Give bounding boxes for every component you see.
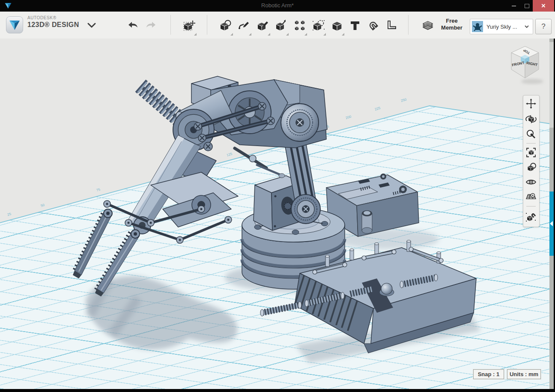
right-scroll-thumb[interactable] — [549, 42, 554, 128]
construct-dropdown[interactable] — [268, 33, 270, 36]
brand-text: AUTODESK® 123D® DESIGN — [27, 15, 79, 29]
material-button[interactable] — [525, 162, 537, 173]
modify-icon — [275, 19, 288, 32]
svg-text:75: 75 — [96, 188, 101, 192]
snap-magnet-icon — [367, 19, 379, 32]
tool-text-button[interactable] — [348, 18, 362, 33]
tool-snap-button[interactable] — [366, 18, 380, 33]
modify-dropdown[interactable] — [286, 33, 289, 36]
show-hide-grid-button[interactable] — [525, 191, 537, 202]
material-icon — [525, 162, 537, 173]
zoom-button[interactable] — [525, 129, 537, 140]
primitives-icon — [219, 19, 232, 32]
sketch-icon — [238, 19, 251, 32]
pan-button[interactable] — [525, 98, 537, 109]
nav-separator — [526, 143, 536, 144]
combine-dropdown[interactable] — [342, 33, 344, 36]
avatar — [472, 21, 483, 32]
maximize-button[interactable] — [521, 0, 533, 12]
window-frame-bottom — [0, 389, 555, 392]
undo-button[interactable] — [125, 18, 140, 33]
scene-overlay: 250225200175150125100755025 — [0, 39, 554, 389]
tool-transform-button[interactable] — [182, 18, 197, 33]
main-toolbar: AUTODESK® 123D® DESIGN — [0, 12, 555, 39]
account-name: Yuriy Skly ... — [486, 24, 524, 30]
pan-icon — [525, 98, 537, 109]
panel-expand-arrow-icon — [550, 221, 553, 226]
transform-icon — [183, 19, 196, 32]
toolbar-separator — [207, 15, 207, 35]
panel-expand-handle[interactable] — [549, 192, 554, 256]
3d-viewport[interactable]: 250225200175150125100755025 — [0, 39, 554, 389]
undo-icon — [127, 19, 139, 31]
tool-pattern-button[interactable] — [292, 18, 307, 33]
primitives-dropdown[interactable] — [230, 33, 233, 36]
navigation-toolbar — [523, 95, 540, 227]
brand-autodesk: AUTODESK® — [27, 15, 79, 20]
view-cube-shadow — [521, 79, 543, 84]
close-button[interactable]: ✕ — [533, 0, 554, 12]
grouping-icon — [312, 19, 325, 32]
units-setting[interactable]: Units : mm — [507, 369, 541, 379]
svg-text:250: 250 — [400, 97, 407, 103]
window-title: Robotic Arm* — [0, 2, 555, 9]
pattern-icon — [293, 19, 306, 32]
svg-text:200: 200 — [345, 114, 352, 120]
app-window: { "window": { "title": "Robotic Arm*", "… — [0, 0, 555, 392]
toolbar-separator — [408, 15, 409, 35]
membership-status: Free Member — [435, 18, 468, 32]
fit-button[interactable] — [525, 147, 537, 158]
membership-line2: Member — [435, 24, 468, 31]
gripper-linkage[interactable] — [104, 172, 238, 243]
redo-button[interactable] — [144, 18, 158, 33]
gripper-rack-left[interactable] — [73, 209, 112, 278]
text-icon — [349, 19, 361, 32]
eye-icon — [525, 177, 537, 188]
orbit-button[interactable] — [525, 114, 537, 125]
svg-text:50: 50 — [40, 203, 45, 208]
combine-icon — [331, 19, 343, 32]
zoom-icon — [525, 129, 537, 140]
orbit-icon — [525, 114, 537, 125]
nav-separator — [526, 206, 536, 206]
membership-layers-icon — [421, 18, 434, 31]
123d-logo-icon — [6, 16, 23, 33]
main-menu-chevron-icon[interactable] — [87, 22, 96, 29]
svg-text:25: 25 — [7, 212, 12, 217]
snap-cube-magnet-icon — [525, 211, 537, 222]
account-menu-button[interactable]: Yuriy Skly ... — [470, 19, 533, 34]
construct-icon — [257, 19, 269, 32]
sketch-dropdown[interactable] — [249, 33, 251, 36]
membership-line1: Free — [435, 18, 468, 24]
pattern-dropdown[interactable] — [304, 33, 307, 36]
hide-show-button[interactable] — [525, 177, 537, 188]
measure-ruler-icon — [385, 19, 398, 32]
tool-construct-button[interactable] — [256, 18, 270, 33]
svg-text:225: 225 — [374, 106, 381, 111]
help-button[interactable]: ? — [535, 19, 552, 34]
tool-sketch-button[interactable] — [237, 18, 251, 33]
brand-123d-design: 123D® DESIGN — [27, 21, 79, 29]
tool-combine-button[interactable] — [330, 18, 344, 33]
tool-grouping-button[interactable] — [311, 18, 326, 33]
snap-toggle-button[interactable] — [525, 211, 537, 222]
title-bar[interactable]: Robotic Arm* ✕ — [0, 0, 555, 12]
snap-setting[interactable]: Snap : 1 — [473, 369, 504, 379]
toolbar-separator — [170, 15, 171, 35]
account-chevron-icon — [524, 25, 529, 28]
app-icon[interactable] — [6, 16, 23, 33]
redo-icon — [145, 19, 157, 31]
grid-eye-icon — [525, 191, 537, 202]
grouping-dropdown[interactable] — [323, 33, 326, 36]
svg-text:125: 125 — [226, 152, 233, 157]
fit-icon — [525, 147, 537, 158]
tool-primitives-button[interactable] — [218, 18, 233, 33]
tool-measure-button[interactable] — [384, 18, 399, 33]
view-cube[interactable]: TOP FRONT RIGHT — [511, 46, 543, 84]
tool-modify-button[interactable] — [274, 18, 289, 33]
minimize-button[interactable] — [508, 0, 520, 12]
transform-dropdown[interactable] — [194, 33, 197, 36]
